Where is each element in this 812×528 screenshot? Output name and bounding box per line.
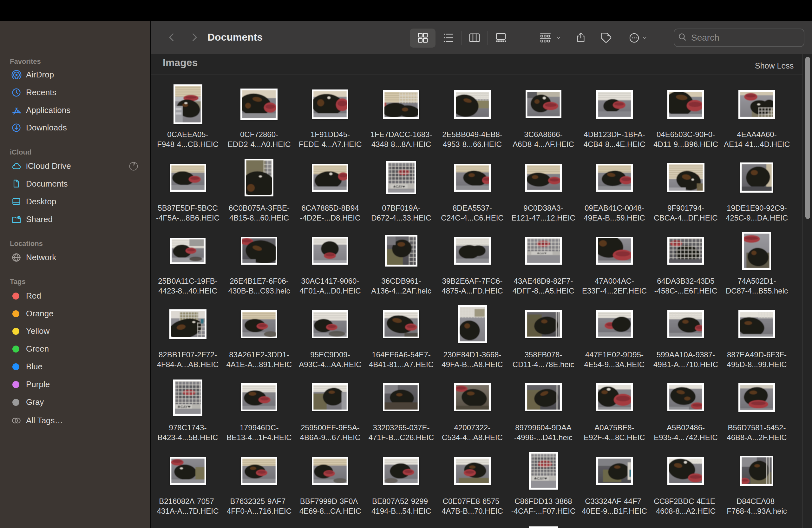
svg-text:☘CAY❤: ☘CAY❤: [534, 476, 547, 481]
svg-text:☘CAY❤: ☘CAY❤: [537, 252, 547, 255]
svg-text:☘CAY❤: ☘CAY❤: [393, 185, 405, 188]
svg-text:☘CAY❤: ☘CAY❤: [177, 405, 190, 409]
